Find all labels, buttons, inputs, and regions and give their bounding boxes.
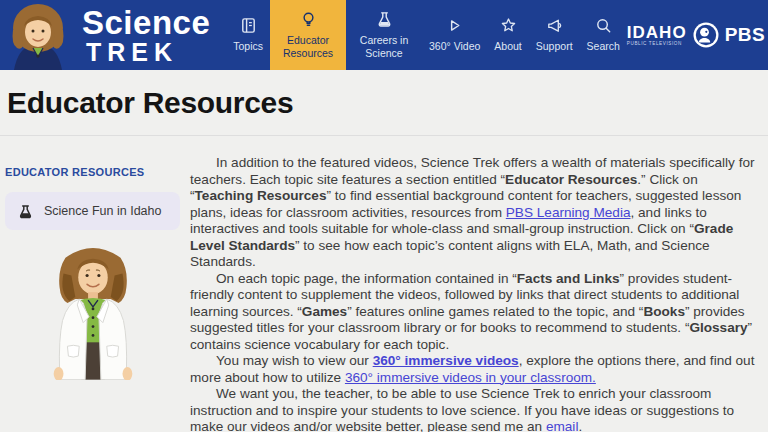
nav-label: Educator Resources (277, 34, 339, 60)
paragraph: On each topic page, the information cont… (190, 271, 758, 354)
title-bar: Educator Resources (0, 70, 768, 136)
top-navigation-bar: Science TREK Topics Educator Re (0, 0, 768, 70)
station-tagline: PUBLIC TELEVISION (627, 42, 687, 47)
text-link[interactable]: 360° immersive videos (373, 353, 519, 368)
text-link[interactable]: email (546, 419, 578, 432)
bold-text: Glossary (689, 320, 747, 335)
idaho-pbs-logo[interactable]: IDAHO PUBLIC TELEVISION PBS (627, 0, 768, 70)
book-icon (239, 16, 258, 35)
scientist-character-image (34, 244, 152, 380)
search-icon (594, 16, 613, 35)
paragraph: We want you, the teacher, to be able to … (190, 386, 758, 432)
body-text: You may wish to view our (216, 353, 373, 368)
sidebar-item-label: Science Fun in Idaho (44, 204, 161, 218)
body-text: We want you, the teacher, to be able to … (190, 386, 734, 432)
pbs-circle-icon (693, 22, 719, 48)
flask-icon (375, 10, 394, 29)
flask-icon (17, 203, 34, 220)
bold-text: Educator Resources (505, 172, 637, 187)
megaphone-icon (545, 16, 564, 35)
nav-label: About (494, 40, 521, 53)
nav-item-360-video[interactable]: 360° Video (422, 0, 487, 70)
star-icon (499, 16, 518, 35)
sidebar-heading: EDUCATOR RESOURCES (5, 166, 180, 178)
logo-line1: Science (82, 6, 210, 39)
station-name-text: IDAHO (627, 24, 687, 41)
paragraph: In addition to the featured videos, Scie… (190, 155, 758, 271)
body-text: On each topic page, the information cont… (216, 271, 517, 286)
nav-item-topics[interactable]: Topics (226, 0, 270, 70)
pbs-brand-text: PBS (725, 24, 766, 46)
station-name: IDAHO PUBLIC TELEVISION (627, 24, 687, 47)
bold-text: Games (302, 304, 347, 319)
science-trek-page: Science TREK Topics Educator Re (0, 0, 768, 432)
lightbulb-icon (299, 10, 318, 29)
bold-text: Facts and Links (517, 271, 620, 286)
body-text: ” features online games related to the t… (347, 304, 643, 319)
paragraph: You may wish to view our 360° immersive … (190, 353, 758, 386)
nav-label: Search (587, 40, 620, 53)
sidebar: EDUCATOR RESOURCES Science Fun in Idaho (0, 136, 188, 380)
sidebar-item-science-fun-in-idaho[interactable]: Science Fun in Idaho (5, 192, 180, 230)
nav-label: Support (536, 40, 573, 53)
nav-item-search[interactable]: Search (580, 0, 627, 70)
nav-label: Topics (233, 40, 263, 53)
bold-text: Books (643, 304, 685, 319)
science-trek-logo[interactable]: Science TREK (76, 0, 218, 70)
main-nav: Topics Educator Resources Careers in Sci… (226, 0, 627, 70)
host-avatar (0, 2, 76, 70)
bold-text: Teaching Resources (195, 188, 327, 203)
play-icon (445, 16, 464, 35)
body-text: . (578, 419, 582, 432)
nav-label: Careers in Science (353, 34, 415, 60)
nav-item-careers-in-science[interactable]: Careers in Science (346, 0, 422, 70)
logo-line2: TREK (86, 40, 210, 65)
main-content: In addition to the featured videos, Scie… (188, 136, 768, 432)
nav-label: 360° Video (429, 40, 480, 53)
nav-item-about[interactable]: About (487, 0, 528, 70)
page-title: Educator Resources (7, 86, 760, 120)
text-link[interactable]: PBS Learning Media (506, 205, 631, 220)
text-link[interactable]: 360° immersive videos in your classroom. (345, 370, 596, 385)
nav-item-educator-resources[interactable]: Educator Resources (270, 0, 346, 70)
page-body: EDUCATOR RESOURCES Science Fun in Idaho (0, 136, 768, 432)
nav-item-support[interactable]: Support (529, 0, 580, 70)
